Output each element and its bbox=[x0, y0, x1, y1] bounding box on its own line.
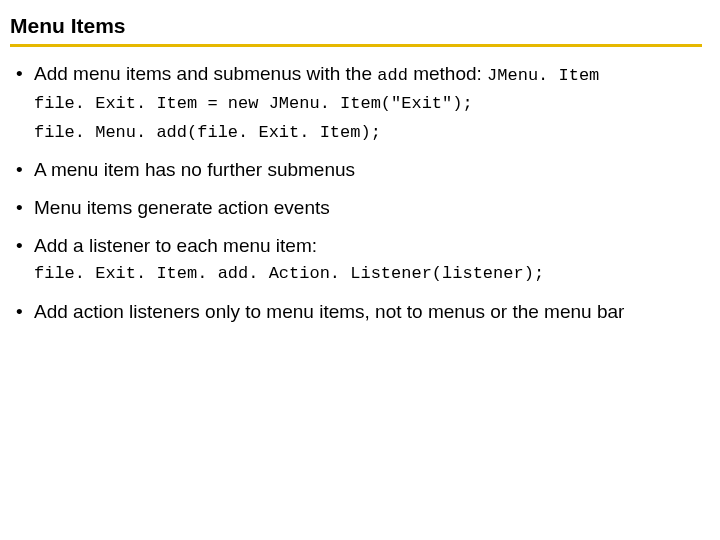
bullet-1-mid: method: bbox=[408, 63, 487, 84]
bullet-1-text: Add menu items and submenus with the add… bbox=[34, 63, 599, 84]
bullet-3: Menu items generate action events bbox=[16, 195, 702, 221]
bullet-1: Add menu items and submenus with the add… bbox=[16, 61, 702, 145]
bullet-1-code-line1: file. Exit. Item = new JMenu. Item("Exit… bbox=[34, 92, 702, 117]
bullet-3-text: Menu items generate action events bbox=[34, 197, 330, 218]
bullet-2-text: A menu item has no further submenus bbox=[34, 159, 355, 180]
slide-title: Menu Items bbox=[10, 14, 702, 47]
bullet-1-code-line2: file. Menu. add(file. Exit. Item); bbox=[34, 121, 702, 146]
bullet-1-lead: Add menu items and submenus with the bbox=[34, 63, 377, 84]
bullet-1-code1: add bbox=[377, 66, 408, 85]
bullet-list: Add menu items and submenus with the add… bbox=[10, 61, 702, 324]
bullet-4-text: Add a listener to each menu item: bbox=[34, 235, 317, 256]
bullet-5: Add action listeners only to menu items,… bbox=[16, 299, 702, 325]
bullet-2: A menu item has no further submenus bbox=[16, 157, 702, 183]
bullet-1-code2: JMenu. Item bbox=[487, 66, 599, 85]
bullet-4-code: file. Exit. Item. add. Action. Listener(… bbox=[34, 262, 702, 287]
bullet-4: Add a listener to each menu item: file. … bbox=[16, 233, 702, 287]
slide: Menu Items Add menu items and submenus w… bbox=[0, 0, 720, 324]
bullet-5-text: Add action listeners only to menu items,… bbox=[34, 301, 624, 322]
